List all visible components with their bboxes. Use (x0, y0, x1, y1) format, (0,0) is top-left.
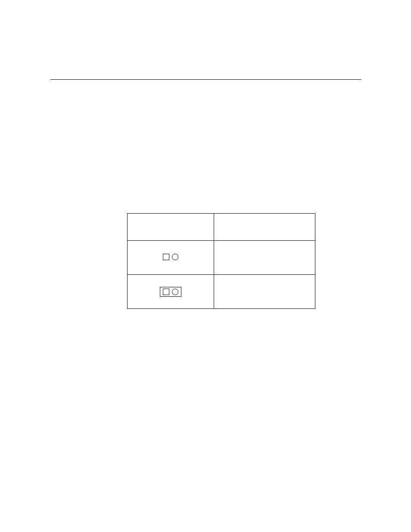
table-header-setting (128, 214, 214, 241)
config-cell-open (214, 241, 315, 275)
table-header-row (128, 214, 315, 241)
pin-circle-icon (172, 254, 178, 260)
table-header-config (214, 214, 315, 241)
header-rule (50, 79, 361, 80)
pin-square-icon (163, 289, 169, 295)
jumper-shorted-icon (160, 287, 181, 297)
setting-cell-shorted (128, 275, 214, 309)
table-row (128, 275, 315, 309)
pin-circle-icon (172, 289, 178, 295)
setting-cell-open (128, 241, 214, 275)
jumper-settings-table (127, 213, 315, 309)
jumper-open-icon (163, 254, 178, 260)
table-row (128, 241, 315, 275)
pin-square-icon (163, 254, 169, 260)
config-cell-shorted (214, 275, 315, 309)
